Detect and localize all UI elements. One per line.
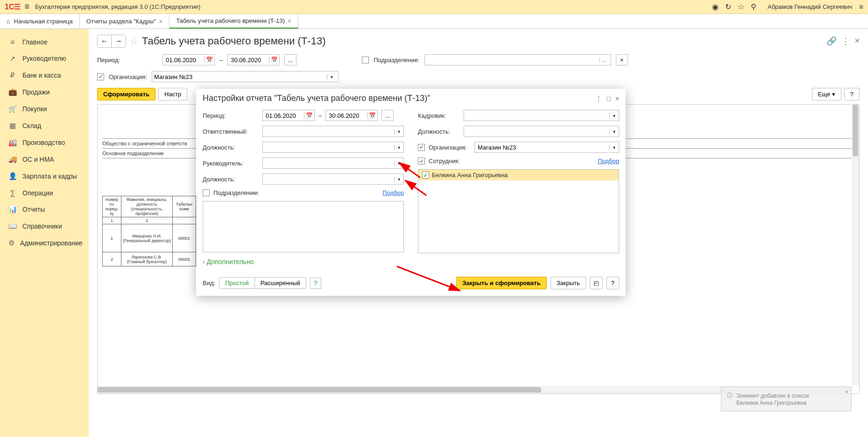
chart-icon: ➚ — [8, 54, 17, 63]
book-icon: 📖 — [8, 222, 17, 230]
close-and-generate-button[interactable]: Закрыть и сформировать — [456, 277, 547, 289]
advanced-toggle[interactable]: › Дополнительно — [203, 258, 619, 265]
dept-pick-link[interactable]: Подбор — [382, 189, 404, 196]
emp-listbox[interactable]: Белкина Анна Григорьевна — [418, 169, 619, 253]
nav-back-button[interactable]: ← — [98, 35, 112, 47]
bell-icon[interactable]: ◉ — [712, 2, 719, 11]
menu-icon[interactable]: ≡ — [24, 2, 29, 12]
dept-listbox[interactable] — [203, 201, 404, 252]
settings-button[interactable]: Настр — [158, 88, 187, 100]
more-button[interactable]: Еще ▾ — [812, 88, 841, 100]
calendar-icon[interactable]: 📅 — [204, 57, 214, 63]
sidebar-item-admin[interactable]: ⚙Администрирование — [0, 235, 89, 251]
dlg-hrpos-input[interactable]: ▾ — [464, 126, 619, 137]
tab-reports[interactable]: Отчеты раздела "Кадры" × — [80, 14, 170, 29]
dlg-dept-checkbox[interactable] — [203, 189, 210, 196]
history-icon[interactable]: ↻ — [725, 2, 731, 11]
dlg-org-checkbox[interactable] — [418, 144, 425, 151]
dropdown-icon[interactable]: ▾ — [394, 161, 403, 166]
dlg-date-from[interactable]: 📅 — [262, 110, 315, 121]
logo-1c: 1C☰ — [5, 2, 21, 11]
sidebar-item-manager[interactable]: ➚Руководителю — [0, 50, 89, 67]
vertical-scrollbar[interactable] — [852, 105, 859, 385]
emp-pick-link[interactable]: Подбор — [598, 158, 619, 165]
dlg-mgr-input[interactable]: ▾ — [262, 158, 404, 169]
dropdown-icon[interactable]: ▾ — [394, 145, 403, 150]
link-icon[interactable]: 🔗 — [826, 36, 837, 46]
org-field[interactable] — [154, 73, 327, 80]
org-input[interactable]: ▾ — [152, 71, 339, 82]
help-button[interactable]: ? — [844, 88, 860, 100]
date-from-field[interactable] — [163, 57, 204, 64]
tab-home[interactable]: ⌂ Начальная страница — [0, 14, 80, 29]
sidebar-item-bank[interactable]: ₽Банк и касса — [0, 67, 89, 84]
dropdown-icon[interactable]: ▾ — [394, 129, 403, 134]
user-name[interactable]: Абрамов Геннадий Сергеевич — [768, 3, 853, 10]
dept-field[interactable] — [427, 57, 600, 64]
close-page-icon[interactable]: × — [854, 36, 860, 46]
maximize-icon[interactable]: □ — [607, 95, 610, 102]
calendar-icon[interactable]: 📅 — [269, 57, 279, 63]
dlg-pos-input[interactable]: ▾ — [262, 142, 404, 153]
nav-forward-button[interactable]: → — [112, 35, 126, 47]
view-help-button[interactable]: ? — [310, 278, 321, 289]
org-checkbox[interactable] — [97, 73, 104, 80]
period-picker-button[interactable]: ... — [284, 54, 296, 65]
dropdown-icon[interactable]: ▾ — [609, 129, 619, 134]
sidebar-item-purchases[interactable]: 🛒Покупки — [0, 100, 89, 117]
close-icon[interactable]: × — [288, 17, 291, 25]
dlg-emp-checkbox[interactable] — [418, 158, 425, 165]
view-simple-button[interactable]: Простой — [219, 278, 255, 288]
sidebar-item-warehouse[interactable]: ▦Склад — [0, 117, 89, 134]
view-advanced-button[interactable]: Расширенный — [255, 278, 306, 288]
dlg-hr-input[interactable]: ▾ — [464, 110, 619, 121]
close-icon[interactable]: × — [845, 389, 848, 395]
dept-input[interactable]: ... — [424, 54, 611, 65]
dropdown-icon[interactable]: ▾ — [609, 145, 619, 150]
col-name: Фамилия, инициалы, должность (специально… — [121, 196, 173, 217]
dropdown-icon[interactable]: ▾ — [394, 177, 403, 182]
tab-timesheet[interactable]: Табель учета рабочего времени (Т-13) × — [169, 14, 298, 29]
sidebar-item-catalogs[interactable]: 📖Справочники — [0, 218, 89, 235]
dlg-org-input[interactable]: ▾ — [474, 142, 619, 153]
dlg-help-button[interactable]: ? — [607, 277, 619, 289]
sidebar-item-assets[interactable]: 🚚ОС и НМА — [0, 151, 89, 168]
more-icon[interactable]: ⋮ — [841, 36, 850, 46]
sidebar-item-production[interactable]: 🏭Производство — [0, 134, 89, 151]
sidebar-item-sales[interactable]: 💼Продажи — [0, 84, 89, 100]
generate-button[interactable]: Сформировать — [97, 88, 155, 100]
list-item[interactable]: Белкина Анна Григорьевна — [418, 170, 619, 180]
calendar-icon[interactable]: 📅 — [367, 112, 377, 119]
close-button[interactable]: Закрыть — [550, 277, 586, 289]
favorite-icon[interactable]: ☆ — [130, 36, 138, 47]
dropdown-icon[interactable]: ▾ — [327, 74, 336, 79]
chevron-right-icon: › — [203, 258, 205, 265]
more-icon[interactable]: ⋮ — [595, 95, 602, 102]
sidebar-item-salary[interactable]: 👤Зарплата и кадры — [0, 168, 89, 185]
star-icon[interactable]: ☆ — [738, 2, 744, 11]
user-menu-icon[interactable]: ≡ — [859, 3, 863, 11]
search-icon[interactable]: ⚲ — [751, 2, 756, 11]
titlebar: 1C☰ ≡ Бухгалтерия предприятия, редакция … — [0, 0, 868, 14]
sidebar-item-operations[interactable]: ∑Операции — [0, 185, 89, 201]
date-from-input[interactable]: 📅 — [162, 54, 215, 65]
dlg-date-to[interactable]: 📅 — [325, 110, 378, 121]
dlg-pos2-input[interactable]: ▾ — [262, 173, 404, 185]
dropdown-icon[interactable]: ▾ — [609, 113, 619, 118]
notification-title: Элемент добавлен в список — [736, 393, 809, 399]
date-to-field[interactable] — [228, 57, 269, 64]
dlg-resp-input[interactable]: ▾ — [262, 126, 404, 137]
emp-item-checkbox[interactable] — [422, 172, 429, 179]
filter-button[interactable]: ◰ — [590, 277, 603, 289]
dept-clear-button[interactable]: × — [616, 54, 628, 65]
close-icon[interactable]: × — [615, 95, 619, 102]
calendar-icon[interactable]: 📅 — [304, 112, 314, 119]
dlg-org-label: Организация: — [429, 144, 471, 151]
dlg-period-button[interactable]: ... — [381, 110, 394, 121]
dept-checkbox[interactable] — [362, 57, 369, 64]
close-icon[interactable]: × — [159, 18, 162, 25]
sidebar-item-main[interactable]: ≡Главное — [0, 34, 89, 50]
sidebar-item-reports[interactable]: 📊Отчеты — [0, 201, 89, 218]
date-to-input[interactable]: 📅 — [227, 54, 280, 65]
dropdown-icon[interactable]: ... — [600, 57, 609, 63]
